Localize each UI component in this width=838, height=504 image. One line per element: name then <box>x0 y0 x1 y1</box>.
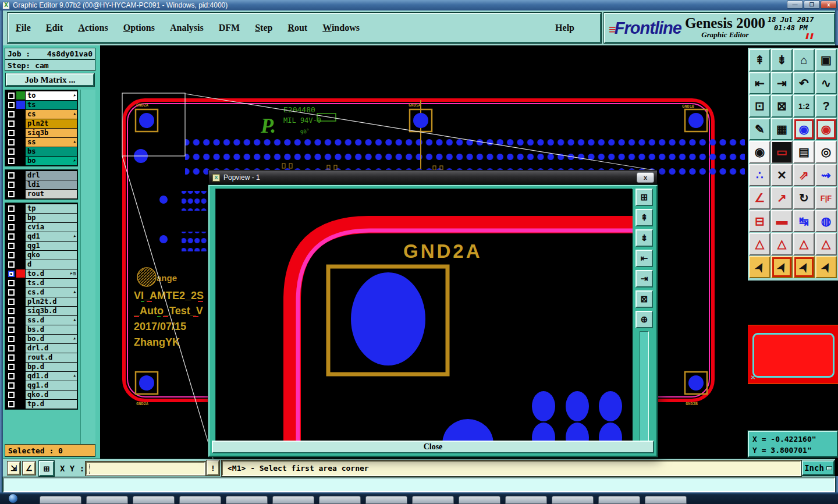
layer-checkbox-tp[interactable] <box>6 204 16 213</box>
connect-net-points-button[interactable]: ∴ <box>749 164 770 187</box>
close-button[interactable]: x <box>821 1 837 9</box>
layer-checkbox-to.d[interactable] <box>6 269 16 278</box>
layer-checkbox-cs.d[interactable] <box>6 288 16 297</box>
popview-canvas[interactable]: GND2A <box>215 189 632 442</box>
layer-color-swatch[interactable] <box>16 307 25 315</box>
layer-checkbox-bo[interactable] <box>6 156 16 165</box>
layer-row-qd1.d[interactable]: qd1.d➤ <box>6 371 77 381</box>
layer-checkbox-d[interactable] <box>6 260 16 269</box>
layer-row-qd1[interactable]: qd1➤ <box>6 232 77 241</box>
layer-row-qko[interactable]: qko <box>6 250 77 260</box>
layer-row-to.d[interactable]: to.d➤⊞ <box>6 269 77 278</box>
job-matrix-button[interactable]: Job Matrix ... <box>6 73 94 86</box>
menu-dfm[interactable]: DFM <box>219 23 240 33</box>
select-inside-frame-button[interactable]: ➤ <box>771 256 793 279</box>
resize-scale-button[interactable]: ⇲ <box>8 462 20 475</box>
layer-checkbox-drl[interactable] <box>6 171 16 180</box>
layer-color-swatch[interactable] <box>16 251 25 259</box>
layer-checkbox-qg1[interactable] <box>6 241 16 250</box>
layer-checkbox-bo.d[interactable] <box>6 334 16 343</box>
apex-marker-b-button[interactable]: △ <box>771 233 793 255</box>
taskbar-button[interactable] <box>645 496 687 504</box>
maximize-button[interactable]: ❐ <box>804 1 820 9</box>
popview-titlebar[interactable]: X Popview - 1 x <box>208 170 658 185</box>
window-titlebar[interactable]: X Graphic Editor 9.07b2 (00@HY-HYCAM-PC0… <box>0 0 838 10</box>
layer-checkbox-bp.d[interactable] <box>6 362 16 371</box>
layer-row-drl.d[interactable]: drl.d <box>6 343 77 353</box>
menu-help[interactable]: Help <box>555 23 574 33</box>
popview-pan-right-button[interactable]: ⇥ <box>635 270 653 288</box>
windows-taskbar[interactable] <box>0 492 838 504</box>
layer-row-bs.d[interactable]: bs.d <box>6 325 77 334</box>
layer-row-cvia[interactable]: cvia <box>6 222 77 232</box>
menu-options[interactable]: Options <box>123 23 155 33</box>
popview-pan-left-button[interactable]: ⇤ <box>635 250 653 267</box>
taskbar-button[interactable] <box>505 496 547 504</box>
layer-checkbox-cs[interactable] <box>6 109 16 119</box>
select-inside-polygon-button[interactable]: ➤ <box>793 256 815 279</box>
menu-actions[interactable]: Actions <box>78 23 108 33</box>
layer-color-swatch[interactable] <box>16 279 25 287</box>
grid-setup-button[interactable]: ▦ <box>771 118 793 141</box>
layer-row-rout.d[interactable]: rout.d <box>6 353 77 362</box>
layer-color-swatch[interactable] <box>16 119 25 127</box>
layer-checkbox-ldi[interactable] <box>6 180 16 189</box>
layer-checkbox-qg1.d[interactable] <box>6 381 16 390</box>
layer-color-swatch[interactable] <box>16 110 25 118</box>
layer-color-swatch[interactable] <box>16 147 25 155</box>
alert-button[interactable]: ! <box>207 460 219 475</box>
apex-marker-a-button[interactable]: △ <box>749 233 770 255</box>
tile-windows-xy-button[interactable]: ▣ <box>815 49 837 72</box>
layer-color-swatch[interactable] <box>16 214 25 222</box>
taskbar-button[interactable] <box>365 496 407 504</box>
layer-row-siq3b[interactable]: siq3b <box>6 128 77 137</box>
pad-select-button[interactable]: ◎ <box>815 141 837 164</box>
select-cursor-button[interactable]: ➤ <box>749 256 770 279</box>
layer-row-siq3b.d[interactable]: siq3b.d <box>6 306 77 315</box>
taskbar-button[interactable] <box>598 496 640 504</box>
layer-color-swatch[interactable] <box>16 223 25 231</box>
layer-row-qg1[interactable]: qg1 <box>6 241 77 250</box>
feature-info-button[interactable]: ◉ <box>749 141 770 164</box>
pan-right-button[interactable]: ⇥ <box>771 72 793 95</box>
layer-checkbox-pln2t.d[interactable] <box>6 297 16 306</box>
popview-scroll-track[interactable] <box>640 331 649 442</box>
layer-checkbox-qd1[interactable] <box>6 232 16 241</box>
move-feature-button[interactable]: ⇝ <box>815 164 837 187</box>
taskbar-button[interactable] <box>412 496 454 504</box>
layer-row-pln2t[interactable]: pln2t <box>6 119 77 128</box>
layer-row-ts[interactable]: ts <box>6 100 77 109</box>
select-net-cursor-button[interactable]: ➤ <box>815 256 837 279</box>
grid-toggle-button[interactable]: ⊞ <box>39 461 54 476</box>
layer-checkbox-to[interactable] <box>6 91 16 100</box>
layer-row-d[interactable]: d <box>6 260 77 269</box>
layer-row-tp.d[interactable]: tp.d <box>6 399 77 409</box>
menu-step[interactable]: Step <box>255 23 272 33</box>
layer-color-swatch[interactable] <box>16 138 25 146</box>
layer-color-swatch[interactable] <box>16 400 25 408</box>
setup-tools-button[interactable]: ✎ <box>749 118 770 141</box>
pan-left-button[interactable]: ⇤ <box>749 72 770 95</box>
layer-color-swatch[interactable] <box>16 157 25 165</box>
units-button[interactable]: Inch <box>802 460 835 475</box>
serpentine-route-button[interactable]: ∿ <box>815 72 837 95</box>
layer-checkbox-qko[interactable] <box>6 250 16 260</box>
polygon-edit-button[interactable]: ▭ <box>771 141 793 164</box>
minimize-button[interactable]: — <box>787 1 803 9</box>
layer-checkbox-tp.d[interactable] <box>6 399 16 409</box>
layer-row-qg1.d[interactable]: qg1.d <box>6 381 77 390</box>
layer-color-swatch[interactable] <box>16 325 25 333</box>
layer-color-swatch[interactable] <box>16 91 25 100</box>
popview-center-view-button[interactable]: ⊕ <box>635 311 653 328</box>
layer-color-swatch[interactable] <box>16 316 25 324</box>
layer-row-ldi[interactable]: ldi <box>6 180 77 189</box>
taskbar-button[interactable] <box>272 496 314 504</box>
copy-feature-button[interactable]: ⇗ <box>793 164 815 187</box>
taskbar-button[interactable] <box>552 496 594 504</box>
taskbar-button[interactable] <box>179 496 221 504</box>
xy-coordinate-input[interactable] <box>86 462 205 475</box>
add-line-button[interactable]: ↗ <box>771 187 793 210</box>
popview-zoom-in-button[interactable]: ⇞ <box>635 209 653 226</box>
layer-checkbox-qko.d[interactable] <box>6 390 16 399</box>
layer-color-swatch[interactable] <box>16 242 25 250</box>
